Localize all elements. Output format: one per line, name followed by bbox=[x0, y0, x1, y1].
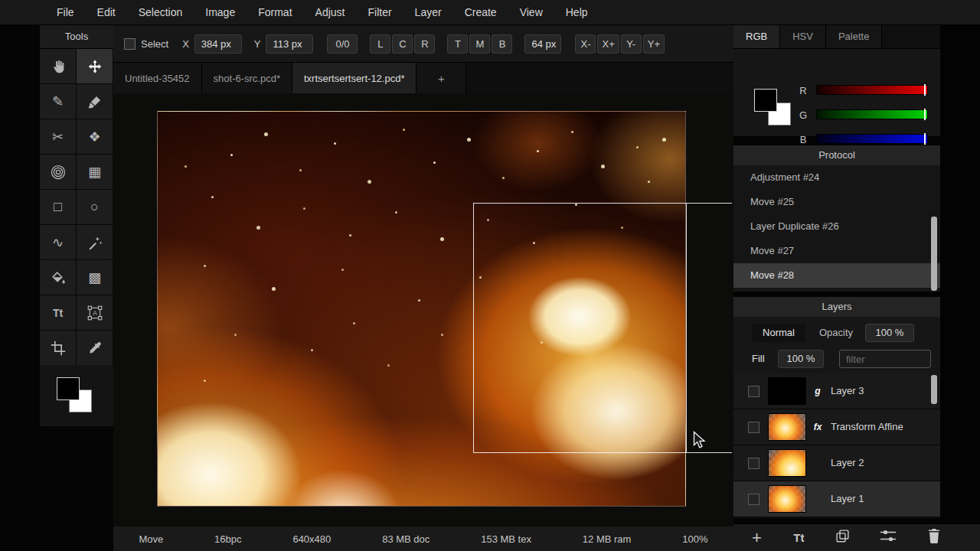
menu-help[interactable]: Help bbox=[566, 6, 588, 18]
status-zoom[interactable]: 100% bbox=[682, 533, 707, 545]
document-tab-txrt[interactable]: txrtsertsertsert-12.pcd* bbox=[292, 63, 417, 93]
select-checkbox[interactable] bbox=[124, 38, 136, 50]
size-value-field[interactable]: 64 px bbox=[524, 34, 561, 54]
nudge-x-minus-button[interactable]: X- bbox=[575, 34, 596, 54]
brush-icon bbox=[87, 94, 103, 109]
blend-mode-select[interactable]: Normal bbox=[752, 324, 805, 342]
history-item[interactable]: Layer Duplicate #26 bbox=[733, 214, 940, 239]
y-value-field[interactable]: 113 px bbox=[266, 34, 313, 54]
canvas-area[interactable] bbox=[113, 93, 733, 527]
ellipse-tool[interactable]: ○ bbox=[77, 190, 113, 224]
tab-rgb[interactable]: RGB bbox=[733, 25, 780, 48]
history-item[interactable]: Move #27 bbox=[733, 239, 940, 263]
green-slider-marker[interactable] bbox=[924, 109, 926, 120]
layer-name[interactable]: Transform Affine bbox=[831, 409, 903, 445]
align-bottom-button[interactable]: B bbox=[492, 34, 512, 54]
selection-rectangle[interactable] bbox=[473, 203, 687, 453]
opacity-value-field[interactable]: 100 % bbox=[865, 324, 914, 342]
layer-name[interactable]: Layer 3 bbox=[831, 373, 864, 409]
menu-layer[interactable]: Layer bbox=[415, 6, 442, 18]
halftone-tool[interactable]: ▩ bbox=[77, 260, 113, 295]
green-channel-slider[interactable] bbox=[816, 109, 928, 119]
history-item[interactable]: Move #25 bbox=[733, 190, 940, 214]
blue-slider-marker[interactable] bbox=[924, 133, 926, 145]
layer-row-layer2[interactable]: Layer 2 bbox=[733, 445, 940, 481]
fill-label: Fill bbox=[752, 353, 765, 364]
fill-tool[interactable] bbox=[40, 260, 76, 295]
history-item[interactable]: Adjustment #24 bbox=[733, 165, 940, 190]
status-bitdepth: 16bpc bbox=[214, 533, 241, 545]
menu-file[interactable]: File bbox=[57, 6, 74, 18]
nudge-y-plus-button[interactable]: Y+ bbox=[643, 34, 665, 54]
layer-name[interactable]: Layer 2 bbox=[831, 445, 864, 481]
brush-tool[interactable] bbox=[77, 84, 113, 119]
layer-settings-button[interactable] bbox=[880, 530, 896, 546]
menu-selection[interactable]: Selection bbox=[139, 6, 183, 18]
blue-channel-slider[interactable] bbox=[816, 134, 928, 144]
tab-hsv[interactable]: HSV bbox=[780, 25, 826, 48]
layer-row-layer1-selected[interactable]: Layer 1 bbox=[733, 481, 940, 517]
fill-value-field[interactable]: 100 % bbox=[778, 350, 824, 368]
history-item-selected[interactable]: Move #28 bbox=[733, 263, 940, 288]
pencil-tool[interactable]: ✎ bbox=[40, 84, 76, 119]
foreground-color-swatch[interactable] bbox=[57, 377, 80, 400]
opacity-label: Opacity bbox=[819, 327, 853, 338]
layer-name[interactable]: Layer 1 bbox=[831, 481, 864, 517]
transform-tool[interactable]: A bbox=[77, 295, 113, 330]
layer-visibility-checkbox[interactable] bbox=[748, 494, 760, 505]
align-center-button[interactable]: C bbox=[392, 34, 413, 54]
green-channel-label: G bbox=[798, 109, 808, 121]
crop-tool[interactable] bbox=[40, 331, 76, 365]
patch-tool[interactable]: ❖ bbox=[77, 119, 113, 154]
move-tool[interactable] bbox=[77, 49, 113, 83]
document-tab-untitled[interactable]: Untitled-35452 bbox=[113, 63, 202, 93]
align-right-button[interactable]: R bbox=[414, 34, 435, 54]
menu-view[interactable]: View bbox=[520, 6, 543, 18]
layer-row-transform-affine[interactable]: fx Transform Affine bbox=[733, 409, 940, 445]
nudge-y-minus-button[interactable]: Y- bbox=[621, 34, 642, 54]
duplicate-layer-button[interactable] bbox=[836, 530, 849, 546]
align-left-button[interactable]: L bbox=[370, 34, 390, 54]
wand-tool[interactable] bbox=[77, 225, 113, 259]
delete-layer-button[interactable] bbox=[928, 529, 940, 547]
red-slider-marker[interactable] bbox=[924, 84, 926, 96]
menu-adjust[interactable]: Adjust bbox=[315, 6, 345, 18]
layer-thumbnail[interactable] bbox=[768, 485, 806, 513]
pan-tool[interactable] bbox=[40, 49, 76, 83]
options-toolbar: Select X 384 px Y 113 px 0/0 L C R T M B… bbox=[113, 25, 733, 63]
menu-create[interactable]: Create bbox=[465, 6, 497, 18]
text-layer-button[interactable]: Tt bbox=[793, 531, 804, 544]
layer-visibility-checkbox[interactable] bbox=[748, 458, 760, 469]
smudge-tool[interactable] bbox=[40, 155, 76, 189]
align-middle-button[interactable]: M bbox=[469, 34, 490, 54]
nudge-x-plus-button[interactable]: X+ bbox=[597, 34, 619, 54]
eyedropper-tool[interactable] bbox=[77, 331, 113, 365]
x-value-field[interactable]: 384 px bbox=[194, 34, 242, 54]
layer-thumbnail[interactable] bbox=[768, 449, 806, 477]
curve-tool[interactable]: ∿ bbox=[40, 225, 76, 259]
menu-filter[interactable]: Filter bbox=[368, 6, 391, 18]
add-layer-button[interactable]: + bbox=[752, 530, 762, 546]
foreground-color-well[interactable] bbox=[754, 89, 777, 112]
layer-filter-input[interactable] bbox=[839, 350, 931, 368]
rectangle-tool[interactable]: □ bbox=[40, 190, 76, 224]
align-top-button[interactable]: T bbox=[447, 34, 468, 54]
layers-scrollbar[interactable] bbox=[931, 375, 937, 404]
layer-visibility-checkbox[interactable] bbox=[748, 422, 760, 433]
layer-visibility-checkbox[interactable] bbox=[748, 386, 760, 397]
scissors-tool[interactable]: ✂ bbox=[40, 119, 76, 154]
layer-row-layer3[interactable]: g Layer 3 bbox=[733, 373, 940, 409]
document-tab-shot6[interactable]: shot-6-src.pcd* bbox=[202, 63, 292, 93]
ratio-button[interactable]: 0/0 bbox=[327, 34, 358, 54]
tab-palette[interactable]: Palette bbox=[826, 25, 882, 48]
red-channel-slider[interactable] bbox=[816, 85, 928, 95]
text-tool[interactable]: Tt bbox=[40, 295, 76, 330]
protocol-scrollbar[interactable] bbox=[931, 217, 937, 291]
layer-thumbnail[interactable] bbox=[768, 413, 806, 441]
layer-thumbnail[interactable] bbox=[768, 377, 806, 405]
pixel-grid-tool[interactable]: ▦ bbox=[77, 155, 113, 189]
menu-format[interactable]: Format bbox=[258, 6, 292, 18]
menu-edit[interactable]: Edit bbox=[97, 6, 116, 18]
menu-image[interactable]: Image bbox=[205, 6, 235, 18]
new-document-tab-button[interactable]: + bbox=[416, 63, 466, 93]
